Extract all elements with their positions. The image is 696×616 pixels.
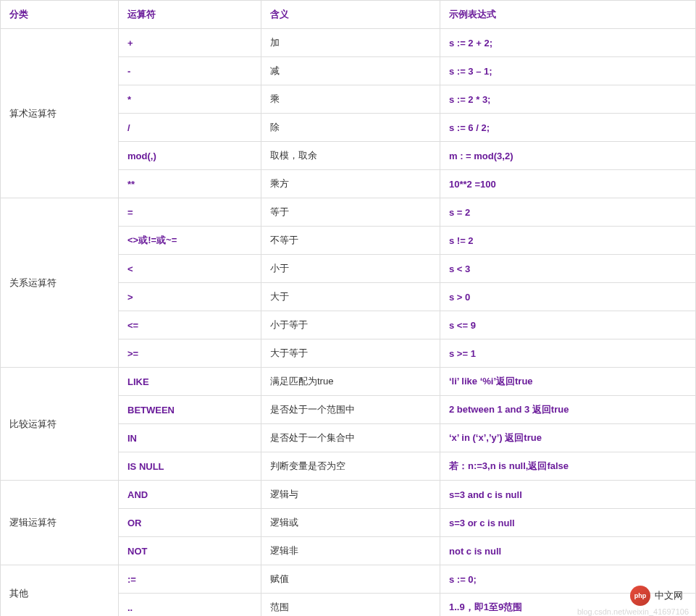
table-row: 关系运算符=等于s = 2 bbox=[1, 198, 696, 227]
operator-cell: * bbox=[119, 85, 261, 114]
table-row: 算术运算符+加s := 2 + 2; bbox=[1, 29, 696, 57]
meaning-cell: 范围 bbox=[261, 594, 440, 617]
category-cell: 逻辑运算符 bbox=[1, 481, 119, 565]
meaning-cell: 判断变量是否为空 bbox=[261, 452, 440, 481]
meaning-cell: 减 bbox=[261, 57, 440, 85]
operator-cell: <>或!=或~= bbox=[119, 227, 261, 255]
operator-cell: AND bbox=[119, 481, 261, 509]
example-cell: not c is null bbox=[440, 537, 696, 565]
header-example: 示例表达式 bbox=[440, 1, 696, 29]
example-cell: s := 2 * 3; bbox=[440, 85, 696, 114]
header-row: 分类 运算符 含义 示例表达式 bbox=[1, 1, 696, 29]
meaning-cell: 取模，取余 bbox=[261, 142, 440, 170]
operator-cell: NOT bbox=[119, 537, 261, 565]
category-cell: 关系运算符 bbox=[1, 198, 119, 368]
example-cell: s > 0 bbox=[440, 283, 696, 311]
operator-cell: := bbox=[119, 565, 261, 594]
header-category: 分类 bbox=[1, 1, 119, 29]
example-cell: s=3 or c is null bbox=[440, 509, 696, 537]
example-cell: s < 3 bbox=[440, 255, 696, 283]
meaning-cell: 逻辑非 bbox=[261, 537, 440, 565]
example-cell: s = 2 bbox=[440, 198, 696, 227]
meaning-cell: 不等于 bbox=[261, 227, 440, 255]
meaning-cell: 大于 bbox=[261, 283, 440, 311]
operator-cell: LIKE bbox=[119, 368, 261, 396]
meaning-cell: 赋值 bbox=[261, 565, 440, 594]
operator-cell: >= bbox=[119, 339, 261, 368]
table-row: 其他:=赋值s := 0; bbox=[1, 565, 696, 594]
example-cell: 若：n:=3,n is null,返回false bbox=[440, 452, 696, 481]
operator-cell: mod(,) bbox=[119, 142, 261, 170]
example-cell: s <= 9 bbox=[440, 311, 696, 339]
table-row: 比较运算符LIKE满足匹配为true‘li’ like ‘%i’返回true bbox=[1, 368, 696, 396]
meaning-cell: 加 bbox=[261, 29, 440, 57]
example-cell: ‘li’ like ‘%i’返回true bbox=[440, 368, 696, 396]
meaning-cell: 大于等于 bbox=[261, 339, 440, 368]
meaning-cell: 满足匹配为true bbox=[261, 368, 440, 396]
site-badge: php 中文网 bbox=[630, 586, 683, 606]
category-cell: 算术运算符 bbox=[1, 29, 119, 198]
example-cell: s=3 and c is null bbox=[440, 481, 696, 509]
category-cell: 比较运算符 bbox=[1, 368, 119, 481]
meaning-cell: 乘 bbox=[261, 85, 440, 114]
example-cell: ‘x’ in (‘x’,’y’) 返回true bbox=[440, 424, 696, 452]
header-meaning: 含义 bbox=[261, 1, 440, 29]
example-cell: s >= 1 bbox=[440, 339, 696, 368]
meaning-cell: 乘方 bbox=[261, 170, 440, 198]
operator-cell: - bbox=[119, 57, 261, 85]
operator-cell: + bbox=[119, 29, 261, 57]
site-label: 中文网 bbox=[655, 589, 683, 602]
category-cell: 其他 bbox=[1, 565, 119, 617]
header-operator: 运算符 bbox=[119, 1, 261, 29]
meaning-cell: 除 bbox=[261, 114, 440, 142]
example-cell: m : = mod(3,2) bbox=[440, 142, 696, 170]
meaning-cell: 逻辑与 bbox=[261, 481, 440, 509]
example-cell: 10**2 =100 bbox=[440, 170, 696, 198]
meaning-cell: 等于 bbox=[261, 198, 440, 227]
example-cell: s := 3 – 1; bbox=[440, 57, 696, 85]
meaning-cell: 是否处于一个集合中 bbox=[261, 424, 440, 452]
operator-cell: IN bbox=[119, 424, 261, 452]
operator-cell: IS NULL bbox=[119, 452, 261, 481]
operator-table: 分类 运算符 含义 示例表达式 算术运算符+加s := 2 + 2;-减s :=… bbox=[0, 0, 696, 616]
operator-cell: < bbox=[119, 255, 261, 283]
php-logo-icon: php bbox=[630, 586, 650, 606]
meaning-cell: 小于 bbox=[261, 255, 440, 283]
operator-cell: BETWEEN bbox=[119, 396, 261, 424]
operator-cell: <= bbox=[119, 311, 261, 339]
example-cell: s := 6 / 2; bbox=[440, 114, 696, 142]
operator-cell: OR bbox=[119, 509, 261, 537]
example-cell: 2 between 1 and 3 返回true bbox=[440, 396, 696, 424]
operator-cell: ** bbox=[119, 170, 261, 198]
operator-cell: > bbox=[119, 283, 261, 311]
meaning-cell: 小于等于 bbox=[261, 311, 440, 339]
table-row: 逻辑运算符AND逻辑与s=3 and c is null bbox=[1, 481, 696, 509]
operator-cell: .. bbox=[119, 594, 261, 617]
example-cell: s := 2 + 2; bbox=[440, 29, 696, 57]
operator-cell: = bbox=[119, 198, 261, 227]
meaning-cell: 逻辑或 bbox=[261, 509, 440, 537]
meaning-cell: 是否处于一个范围中 bbox=[261, 396, 440, 424]
operator-cell: / bbox=[119, 114, 261, 142]
example-cell: s != 2 bbox=[440, 227, 696, 255]
